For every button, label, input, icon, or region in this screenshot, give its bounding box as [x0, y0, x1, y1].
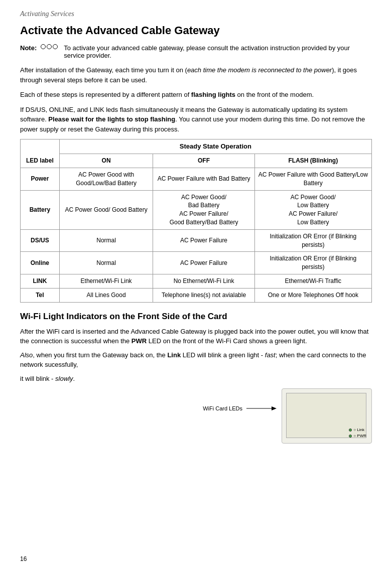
note-dot-1 [41, 44, 46, 49]
row-label-power: Power [21, 168, 60, 190]
card-leds: ○ Link ○ PWR [349, 428, 366, 438]
table-row-power: Power AC Power Good with Good/Low/Bad Ba… [21, 168, 372, 190]
row-label-online: Online [21, 252, 60, 274]
note-text: To activate your advanced cable gateway,… [64, 44, 372, 59]
page-header: Activating Services [20, 10, 372, 18]
steady-state-table: LED label Steady State Operation ON OFF … [20, 139, 372, 303]
row-tel-off: Telephone lines(s) not avialable [153, 288, 254, 302]
wifi-section: Wi-Fi Light Indicators on the Front Side… [20, 312, 372, 444]
row-link-off: No Ethernet/Wi-Fi Link [153, 274, 254, 288]
row-battery-flash: AC Power Good/Low BatteryAC Power Failur… [254, 190, 371, 229]
svg-marker-1 [272, 406, 277, 410]
wifi-heading: Wi-Fi Light Indicators on the Front Side… [20, 312, 372, 322]
th-on: ON [59, 154, 153, 168]
row-link-on: Ethernet/Wi-Fi Link [59, 274, 153, 288]
para3: If DS/US, ONLINE, and LINK leds flash si… [20, 105, 372, 134]
row-online-flash: Initialization OR Error (if Blinking per… [254, 252, 371, 274]
led-link-dot [349, 429, 352, 432]
para1: After installation of the Gateway, each … [20, 65, 372, 85]
wifi-card-label: WiFi Card LEDs [203, 405, 242, 411]
row-tel-flash: One or More Telephones Off hook [254, 288, 371, 302]
table-row-battery: Battery AC Power Good/ Good Battery AC P… [21, 190, 372, 229]
table-row-tel: Tel All Lines Good Telephone lines(s) no… [21, 288, 372, 302]
row-dsus-flash: Initialization OR Error (if Blinking per… [254, 229, 371, 252]
page-title: Activate the Advanced Cable Gateway [20, 24, 372, 37]
table-row-link: LINK Ethernet/Wi-Fi Link No Ethernet/Wi-… [21, 274, 372, 288]
row-power-on: AC Power Good with Good/Low/Bad Battery [59, 168, 153, 190]
th-led-label: LED label [21, 139, 60, 168]
note-dot-3 [53, 44, 58, 49]
note-label: Note: [20, 44, 37, 52]
row-online-on: Normal [59, 252, 153, 274]
th-flash: FLASH (Blinking) [254, 154, 371, 168]
wifi-card-image: ○ Link ○ PWR [282, 388, 372, 444]
th-off: OFF [153, 154, 254, 168]
th-steady-state: Steady State Operation [59, 139, 371, 154]
note-icon [41, 44, 58, 49]
row-label-link: LINK [21, 274, 60, 288]
para2: Each of these steps is represented by a … [20, 90, 372, 100]
row-dsus-off: AC Power Failure [153, 229, 254, 252]
wifi-para1: After the WiFi card is inserted and the … [20, 327, 372, 346]
led-pwr-label: ○ PWR [353, 434, 366, 438]
row-label-dsus: DS/US [21, 229, 60, 252]
page-number: 16 [20, 555, 27, 562]
led-link-row: ○ Link [349, 428, 366, 432]
table-row-dsus: DS/US Normal AC Power Failure Initializa… [21, 229, 372, 252]
row-dsus-on: Normal [59, 229, 153, 252]
arrow-right-icon [246, 403, 277, 413]
led-pwr-row: ○ PWR [349, 434, 366, 438]
row-power-flash: AC Power Failure with Good Battery/Low B… [254, 168, 371, 190]
row-online-off: AC Power Failure [153, 252, 254, 274]
row-battery-on: AC Power Good/ Good Battery [59, 190, 153, 229]
note-block: Note: To activate your advanced cable ga… [20, 44, 372, 59]
table-row-online: Online Normal AC Power Failure Initializ… [21, 252, 372, 274]
row-label-battery: Battery [21, 190, 60, 229]
header-title: Activating Services [20, 10, 74, 18]
led-link-label: ○ Link [353, 428, 364, 432]
wifi-para3: it will blink - slowly. [20, 374, 372, 384]
led-pwr-dot [349, 435, 352, 438]
row-power-off: AC Power Failure with Bad Battery [153, 168, 254, 190]
row-tel-on: All Lines Good [59, 288, 153, 302]
wifi-para2: Also, when you first turn the Gateway ba… [20, 350, 372, 370]
note-dot-2 [47, 44, 52, 49]
wifi-diagram: WiFi Card LEDs ○ Link ○ PWR [20, 388, 372, 444]
row-label-tel: Tel [21, 288, 60, 302]
row-link-flash: Ethernet/Wi-Fi Traffic [254, 274, 371, 288]
row-battery-off: AC Power Good/Bad BatteryAC Power Failur… [153, 190, 254, 229]
